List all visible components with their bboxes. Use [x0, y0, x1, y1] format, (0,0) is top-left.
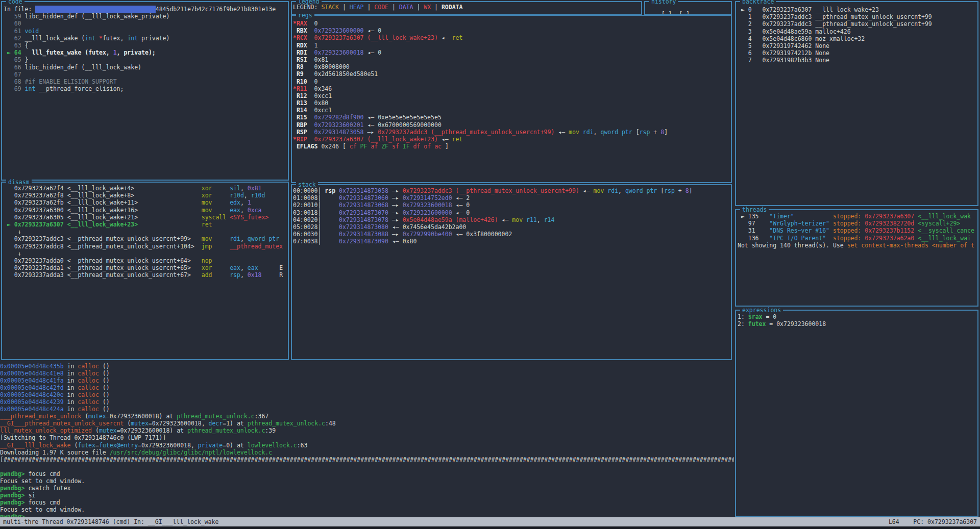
legend-view: LEGEND: STACK | HEAP | CODE | DATA | WX …: [292, 2, 641, 14]
terminal-line: 68 #if ENABLE_ELISION_SUPPORT: [4, 78, 286, 85]
backtrace-view: ► 0 0x7293237a6307 __lll_lock_wake+23 1 …: [736, 2, 977, 205]
panel-regs: regs *RAX 0 RBX 0x729323600000 ◂— 0*RCX …: [291, 15, 732, 183]
terminal-line: 03:0018│ 0x729314873070 —▸ 0x72932360000…: [293, 209, 730, 216]
terminal-line: *R11 0x346: [293, 85, 730, 92]
terminal-line: 0x7293237a6300 <__lll_lock_wake+16> mov …: [4, 207, 287, 214]
command-output[interactable]: 0x00005e04d48c435b in calloc ()0x00005e0…: [0, 363, 734, 517]
terminal-line: RDX 1: [293, 42, 730, 49]
terminal-line: 7 0x72931982b3b3 None: [738, 57, 976, 64]
terminal-line: RDI 0x729323600018 ◂— 0: [293, 49, 730, 56]
terminal-line: 01:0008│ 0x729314873060 —▸ 0x729314752ed…: [293, 194, 730, 201]
status-left: multi-thre Thread 0x7293148746 (cmd) In:…: [3, 518, 218, 525]
terminal-line: __GI___lll_lock_wake (futex=futex@entry=…: [0, 442, 734, 449]
terminal-line: R13 0x80: [293, 99, 730, 107]
source-code-view: In file: 4845db211e7b42c7176f9be21b8301e…: [2, 2, 288, 180]
terminal-line: 1: $rax = 0: [738, 313, 976, 320]
terminal-line: LEGEND: STACK | HEAP | CODE | DATA | WX …: [293, 4, 640, 11]
terminal-line: 0x7293237a62fb <__lll_lock_wake+11> mov …: [4, 199, 287, 206]
terminal-line: pwndbg> focus cmd: [0, 499, 734, 506]
terminal-line: [Switching to Thread 0x7293148746c0 (LWP…: [0, 434, 734, 441]
panel-legend: legend LEGEND: STACK | HEAP | CODE | DAT…: [291, 1, 642, 15]
terminal-line: R12 0xcc1: [293, 92, 730, 99]
terminal-line: *RCX 0x7293237a6307 (__lll_lock_wake+23)…: [293, 34, 730, 41]
registers-view: *RAX 0 RBX 0x729323600000 ◂— 0*RCX 0x729…: [292, 16, 731, 182]
terminal-line: ↓: [4, 250, 287, 257]
panel-disasm: disasm 0x7293237a62f4 <__lll_lock_wake+4…: [1, 182, 289, 360]
terminal-line: 0x7293237addc8 <__pthread_mutex_unlock_u…: [4, 243, 287, 250]
terminal-line: RBX 0x729323600000 ◂— 0: [293, 27, 730, 34]
terminal-line: 1 0x7293237addc3 __pthread_mutex_unlock_…: [738, 13, 976, 20]
terminal-line: *RIP 0x7293237a6307 (__lll_lock_wake+23)…: [293, 136, 730, 143]
terminal-line: __GI___pthread_mutex_unlock_usercnt (mut…: [0, 420, 734, 427]
terminal-line: pwndbg> si: [0, 492, 734, 499]
panel-backtrace: backtrace ► 0 0x7293237a6307 __lll_lock_…: [735, 1, 978, 206]
terminal-line: 0x00005e04d48c435b in calloc (): [0, 363, 734, 370]
terminal-line: 0x00005e04d48c41e8 in calloc (): [0, 370, 734, 377]
terminal-line: ↓: [4, 228, 287, 235]
terminal-line: 0x7293237a62f8 <__lll_lock_wake+8> xor r…: [4, 192, 287, 199]
terminal-line: ► 0x7293237a6307 <__lll_lock_wake+23> re…: [4, 221, 287, 228]
terminal-line: 0x00005e04d48c42fd in calloc (): [0, 384, 734, 391]
terminal-line: 66 libc_hidden_def (__lll_lock_wake): [4, 64, 286, 71]
terminal-line: 97 "WrGlyph~terizer" stopped: 0x72932382…: [738, 220, 976, 227]
panel-expressions: expressions 1: $rax = 02: futex = 0x7293…: [735, 310, 978, 517]
threads-view: ► 135 "Timer" stopped: 0x7293237a6307 <_…: [736, 210, 977, 306]
terminal-line: 0x7293237adda1 <__pthread_mutex_unlock_u…: [4, 264, 287, 271]
terminal-line: 136 "IPC I/O Parent" stopped: 0x7293237a…: [738, 235, 976, 242]
terminal-line: RSI 0x81: [293, 56, 730, 63]
stack-view: 00:0000│ rsp 0x729314873058 —▸ 0x7293237…: [292, 185, 731, 359]
terminal-line: Downloading 1.97 K source file /usr/src/…: [0, 449, 734, 456]
panel-history: history [←] [→]: [644, 1, 732, 15]
terminal-line: 69 int __pthread_force_elision;: [4, 85, 286, 92]
terminal-line: ► 0 0x7293237a6307 __lll_lock_wake+23: [738, 6, 976, 13]
terminal-line: 31 "DNS Res~ver #16" stopped: 0x7293237b…: [738, 227, 976, 234]
terminal-line: 07:0038│ 0x729314873090 ◂— 0x80: [293, 238, 730, 245]
redacted-file-path: [35, 6, 155, 13]
panel-stack: stack 00:0000│ rsp 0x729314873058 —▸ 0x7…: [291, 184, 732, 360]
terminal-line: 0x7293237addc3 <__pthread_mutex_unlock_u…: [4, 235, 287, 242]
terminal-line: 61 void: [4, 28, 286, 35]
terminal-line: 0x00005e04d48c4239 in calloc (): [0, 398, 734, 406]
terminal-line: 0x7293237adda3 <__pthread_mutex_unlock_u…: [4, 271, 287, 279]
terminal-line: 67: [4, 71, 286, 78]
terminal-line: pwndbg> cwatch futex: [0, 485, 734, 492]
terminal-line: pwndbg> focus cmd: [0, 470, 734, 477]
terminal-line: R15 0x729282d8f900 ◂— 0xe5e5e5e5e5e5e5e5: [293, 114, 730, 121]
terminal-line: 02:0010│ 0x729314873068 —▸ 0x72932360001…: [293, 201, 730, 209]
terminal-line: R9 0x2d561850ed580e51: [293, 70, 730, 78]
expressions-view: 1: $rax = 02: futex = 0x729323600018: [736, 311, 977, 516]
terminal-line: [0, 463, 734, 470]
terminal-line: [#######################################…: [0, 456, 734, 463]
terminal-line: 5 0x729319742462 None: [738, 42, 976, 49]
status-bar: multi-thre Thread 0x7293148746 (cmd) In:…: [0, 517, 980, 526]
terminal-line: 62 __lll_lock_wake (int *futex, int priv…: [4, 35, 286, 42]
terminal-line: 0x7293237adda0 <__pthread_mutex_unlock_u…: [4, 257, 287, 264]
terminal-line: 0x00005e04d48c420e in calloc (): [0, 391, 734, 398]
terminal-line: 6 0x72931974212b None: [738, 49, 976, 57]
terminal-line: ► 64 lll_futex_wake (futex, 1, private);: [4, 49, 286, 56]
terminal-line: 63 {: [4, 42, 286, 49]
terminal-line: 00:0000│ rsp 0x729314873058 —▸ 0x7293237…: [293, 187, 730, 194]
panel-threads: threads ► 135 "Timer" stopped: 0x7293237…: [735, 209, 978, 307]
terminal-line: ► 135 "Timer" stopped: 0x7293237a6307 <_…: [738, 213, 976, 220]
terminal-line: R14 0xcc1: [293, 107, 730, 114]
terminal-line: 0x7293237a6305 <__lll_lock_wake+21> sysc…: [4, 214, 287, 221]
terminal-line: 3 0x5e04d48ae59a malloc+426: [738, 28, 976, 35]
terminal-line: Focus set to cmd window.: [0, 506, 734, 513]
terminal-line: Not showing 140 thread(s). Use set conte…: [738, 242, 976, 249]
terminal-line: 4 0x5e04d48c6860 moz_xmalloc+32: [738, 35, 976, 42]
history-forward-button[interactable]: [→]: [679, 11, 690, 14]
terminal-line: RBP 0x729323600201 ◂— 0x6700000569000000: [293, 121, 730, 129]
terminal-line: 59 libc_hidden_def (__lll_lock_wake_priv…: [4, 13, 286, 20]
disassembly-view: 0x7293237a62f4 <__lll_lock_wake+4> xor s…: [2, 183, 288, 359]
terminal-line: pwndbg>: [0, 513, 734, 517]
status-right: L64 PC: 0x7293237a6307: [889, 518, 977, 525]
terminal-line: 2 0x7293237addc3 __pthread_mutex_unlock_…: [738, 20, 976, 28]
terminal-line: 05:0028│ 0x729314873080 ◂— 0x7456e45da42…: [293, 223, 730, 231]
history-spacer: [672, 11, 679, 14]
panel-code: code In file: 4845db211e7b42c7176f9be21b…: [1, 1, 289, 181]
terminal-line: EFLAGS 0x246 [ cf PF af ZF sf IF df of a…: [293, 143, 730, 150]
terminal-line: *RAX 0: [293, 20, 730, 27]
terminal-line: 0x7293237a62f4 <__lll_lock_wake+4> xor s…: [4, 185, 287, 192]
history-back-button[interactable]: [←]: [662, 11, 672, 14]
